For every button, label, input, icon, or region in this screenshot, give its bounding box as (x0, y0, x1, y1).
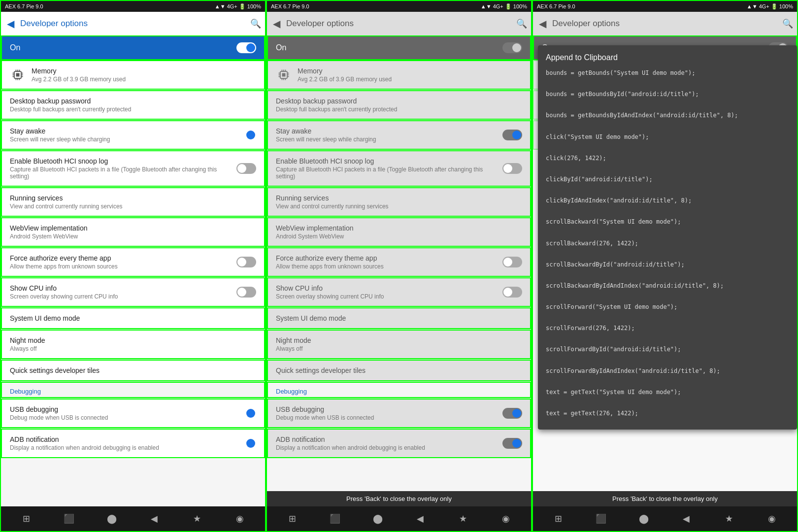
desktop-backup-item[interactable]: Desktop backup password Desktop full bac… (1, 90, 265, 120)
nav-star-3[interactable]: ★ (719, 509, 739, 529)
nav-apps-3[interactable]: ⊞ (548, 509, 568, 529)
force-authorize-title: Force authorize every theme app (10, 254, 231, 262)
desktop-backup-item-2[interactable]: Desktop backup password Desktop full bac… (267, 90, 531, 120)
force-authorize-toggle[interactable] (236, 257, 256, 267)
signal-icon-2: ▲▼ 4G+ (481, 3, 503, 9)
back-button-2[interactable]: ◀ (271, 16, 282, 32)
running-services-item[interactable]: Running services View and control curren… (1, 187, 265, 217)
on-toggle-2[interactable] (502, 42, 522, 53)
nav-home-3[interactable]: ⬤ (634, 509, 654, 529)
nav-apps-1[interactable]: ⊞ (16, 509, 36, 529)
usb-debugging-toggle-2[interactable] (502, 408, 522, 419)
usb-debugging-toggle-control[interactable] (236, 408, 256, 419)
bluetooth-hci-item-2[interactable]: Enable Bluetooth HCI snoop log Capture a… (267, 150, 531, 187)
nav-back-3[interactable]: ◀ (676, 509, 696, 529)
night-mode-item-2[interactable]: Night mode Always off (267, 330, 531, 359)
usb-debugging-item[interactable]: USB debugging Debug mode when USB is con… (1, 399, 265, 428)
stay-awake-item-2[interactable]: Stay awake Screen will never sleep while… (267, 120, 531, 150)
nav-circle-3[interactable]: ◉ (762, 509, 782, 529)
nav-back-1[interactable]: ◀ (144, 509, 164, 529)
clipboard-line: click("System UI demo mode"); (546, 132, 789, 143)
night-mode-item[interactable]: Night mode Always off (1, 330, 265, 359)
show-cpu-title: Show CPU info (10, 284, 231, 292)
nav-recent-3[interactable]: ⬛ (591, 509, 611, 529)
show-cpu-toggle[interactable] (236, 287, 256, 298)
usb-debugging-knob (246, 409, 255, 418)
stay-awake-toggle-2-ctrl[interactable] (502, 130, 522, 140)
bluetooth-hci-toggle-2[interactable] (502, 163, 522, 174)
adb-notification-item-2[interactable]: ADB notification Display a notification … (267, 429, 531, 458)
nav-star-1[interactable]: ★ (187, 509, 207, 529)
adb-notification-toggle-2[interactable] (502, 438, 522, 449)
bottom-nav-1: ⊞ ⬛ ⬤ ◀ ★ ◉ (1, 506, 265, 531)
stay-awake-toggle-2[interactable] (502, 130, 522, 140)
force-authorize-toggle-control[interactable] (236, 257, 256, 267)
nav-home-1[interactable]: ⬤ (102, 509, 122, 529)
desktop-backup-subtitle-2: Desktop full backups aren't currently pr… (276, 106, 522, 113)
adb-notification-toggle-control[interactable] (236, 438, 256, 449)
bluetooth-hci-toggle[interactable] (236, 163, 256, 174)
stay-awake-toggle-control[interactable] (236, 130, 256, 140)
webview-item-2[interactable]: WebView implementation Android System We… (267, 217, 531, 247)
clipboard-line (546, 249, 789, 260)
system-ui-item-2[interactable]: System UI demo mode (267, 307, 531, 329)
show-cpu-toggle-2[interactable] (502, 287, 522, 298)
force-authorize-text: Force authorize every theme app Allow th… (10, 254, 231, 270)
show-cpu-item[interactable]: Show CPU info Screen overlay showing cur… (1, 277, 265, 307)
webview-item[interactable]: WebView implementation Android System We… (1, 217, 265, 247)
bluetooth-hci-toggle-control[interactable] (236, 163, 256, 174)
on-toggle-1[interactable] (236, 42, 256, 53)
clipboard-line (546, 334, 789, 345)
quick-settings-item[interactable]: Quick settings developer tiles (1, 360, 265, 381)
force-authorize-item[interactable]: Force authorize every theme app Allow th… (1, 247, 265, 277)
nav-star-2[interactable]: ★ (453, 509, 473, 529)
nav-apps-2[interactable]: ⊞ (282, 509, 302, 529)
svg-rect-1 (16, 73, 20, 77)
nav-circle-2[interactable]: ◉ (496, 509, 516, 529)
usb-debugging-toggle[interactable] (236, 408, 256, 419)
memory-item[interactable]: Memory Avg 2.2 GB of 3.9 GB memory used (1, 60, 265, 90)
force-authorize-text-2: Force authorize every theme app Allow th… (276, 254, 497, 270)
nav-back-2[interactable]: ◀ (410, 509, 430, 529)
nav-recent-2[interactable]: ⬛ (325, 509, 345, 529)
adb-notification-text-2: ADB notification Display a notification … (276, 435, 497, 451)
adb-notification-item[interactable]: ADB notification Display a notification … (1, 429, 265, 458)
search-button-2[interactable]: 🔍 (516, 18, 527, 29)
stay-awake-item[interactable]: Stay awake Screen will never sleep while… (1, 120, 265, 150)
night-mode-text-2: Night mode Always off (276, 336, 522, 352)
force-authorize-subtitle: Allow theme apps from unknown sources (10, 263, 231, 270)
bluetooth-hci-item[interactable]: Enable Bluetooth HCI snoop log Capture a… (1, 150, 265, 187)
back-button-3[interactable]: ◀ (537, 16, 548, 32)
battery-1: 🔋 100% (239, 3, 261, 10)
content-1[interactable]: Memory Avg 2.2 GB of 3.9 GB memory used … (1, 60, 265, 506)
bluetooth-hci-toggle-2-ctrl[interactable] (502, 163, 522, 174)
usb-debugging-2-ctrl[interactable] (502, 408, 522, 419)
clipboard-line: scrollForwardById("android:id/title"); (546, 344, 789, 355)
nav-home-2[interactable]: ⬤ (368, 509, 388, 529)
clipboard-overlay[interactable]: Append to Clipboard bounds = getBounds("… (538, 45, 797, 430)
nav-recent-1[interactable]: ⬛ (59, 509, 79, 529)
stay-awake-toggle[interactable] (236, 130, 256, 140)
clipboard-line: bounds = getBoundsByIdAndIndex("android:… (546, 110, 789, 121)
quick-settings-item-2[interactable]: Quick settings developer tiles (267, 360, 531, 381)
nav-circle-1[interactable]: ◉ (230, 509, 250, 529)
force-authorize-item-2[interactable]: Force authorize every theme app Allow th… (267, 247, 531, 277)
content-2[interactable]: Memory Avg 2.2 GB of 3.9 GB memory used … (267, 60, 531, 506)
search-button-1[interactable]: 🔍 (250, 18, 261, 29)
force-authorize-toggle-2[interactable] (502, 257, 522, 267)
desktop-backup-subtitle: Desktop full backups aren't currently pr… (10, 106, 256, 113)
usb-debugging-item-2[interactable]: USB debugging Debug mode when USB is con… (267, 399, 531, 428)
back-button-1[interactable]: ◀ (5, 16, 16, 32)
adb-notification-toggle[interactable] (236, 438, 256, 449)
show-cpu-2-ctrl[interactable] (502, 287, 522, 298)
webview-subtitle: Android System WebView (10, 233, 256, 240)
search-button-3[interactable]: 🔍 (782, 18, 793, 29)
show-cpu-item-2[interactable]: Show CPU info Screen overlay showing cur… (267, 277, 531, 307)
show-cpu-toggle-control[interactable] (236, 287, 256, 298)
force-authorize-2-ctrl[interactable] (502, 257, 522, 267)
system-ui-item[interactable]: System UI demo mode (1, 307, 265, 329)
memory-item-2[interactable]: Memory Avg 2.2 GB of 3.9 GB memory used (267, 60, 531, 90)
running-services-item-2[interactable]: Running services View and control curren… (267, 187, 531, 217)
adb-notification-2-ctrl[interactable] (502, 438, 522, 449)
adb-notification-knob-2 (512, 439, 521, 448)
